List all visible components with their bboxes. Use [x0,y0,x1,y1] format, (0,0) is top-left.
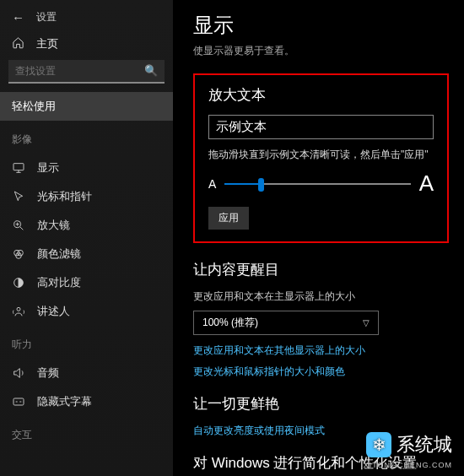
section-header-interaction: 交互 [0,416,173,449]
cursor-size-link[interactable]: 更改光标和鼠标指针的大小和颜色 [193,365,449,379]
audio-icon [12,366,25,380]
enlarge-heading: 放大文本 [208,85,434,105]
sidebar-item-highcontrast[interactable]: 高对比度 [0,268,173,297]
chevron-down-icon: ▽ [363,318,370,327]
watermark-text: 系统城 [397,432,452,457]
sidebar-item-captions[interactable]: 隐藏式字幕 [0,387,173,416]
watermark: ❄ 系统城 XITONGCHENG.COM [366,432,452,457]
sidebar-item-label: 光标和指针 [37,189,92,204]
text-size-slider[interactable] [224,183,410,185]
sidebar: ← 设置 主页 🔍 轻松使用 影像 显示 光标和指针 放大镜 [0,0,173,476]
sidebar-item-label: 放大镜 [37,218,70,233]
search-input[interactable] [8,60,165,84]
sidebar-item-label: 高对比度 [37,275,81,290]
sidebar-item-cursor[interactable]: 光标和指针 [0,182,173,211]
text-size-slider-row: A A [208,170,434,197]
sample-text-box: 示例文本 [208,115,434,139]
svg-rect-7 [13,398,24,405]
search-wrap: 🔍 [8,60,165,84]
cursor-icon [12,190,25,203]
sidebar-item-label: 音频 [37,365,59,381]
sidebar-item-label: 显示 [37,160,59,176]
main-panel: 显示 使显示器更易于查看。 放大文本 示例文本 拖动滑块直到示例文本清晰可读，然… [173,0,464,476]
watermark-url: XITONGCHENG.COM [364,461,452,469]
page-subtitle: 使显示器更易于查看。 [193,44,449,58]
monitor-icon [12,161,25,175]
contrast-icon [12,276,25,289]
sidebar-item-label: 讲述人 [37,304,70,319]
magnifier-icon [12,219,25,232]
sidebar-item-magnifier[interactable]: 放大镜 [0,211,173,240]
narrator-icon [12,305,25,318]
select-value: 100% (推荐) [202,316,258,330]
slider-max-label: A [419,170,434,197]
sidebar-item-label: 隐藏式字幕 [37,394,92,409]
slider-desc: 拖动滑块直到示例文本清晰可读，然后单击"应用" [208,148,434,162]
sidebar-item-display[interactable]: 显示 [0,154,173,182]
sidebar-item-label: 颜色滤镜 [37,246,81,262]
home-icon [12,36,24,51]
sidebar-item-narrator[interactable]: 讲述人 [0,297,173,326]
section-header-hearing: 听力 [0,326,173,359]
svg-point-6 [17,307,20,311]
vivid-heading: 让一切更鲜艳 [193,394,449,414]
sidebar-item-audio[interactable]: 音频 [0,359,173,387]
apply-button[interactable]: 应用 [208,207,249,230]
scale-select[interactable]: 100% (推荐) ▽ [193,311,379,335]
page-title: 显示 [193,12,449,39]
slider-thumb[interactable] [258,178,264,192]
prominent-block: 让内容更醒目 更改应用和文本在主显示器上的大小 100% (推荐) ▽ 更改应用… [193,260,449,379]
highlight-box: 放大文本 示例文本 拖动滑块直到示例文本清晰可读，然后单击"应用" A A 应用 [193,73,449,243]
back-icon[interactable]: ← [12,10,24,24]
header-row: ← 设置 [0,7,173,31]
category-active[interactable]: 轻松使用 [0,92,173,121]
captions-icon [12,395,25,408]
prominent-desc: 更改应用和文本在主显示器上的大小 [193,289,449,304]
sidebar-item-colorfilter[interactable]: 颜色滤镜 [0,240,173,268]
home-nav[interactable]: 主页 [0,31,173,60]
svg-rect-0 [13,164,24,170]
section-header-vision: 影像 [0,121,173,154]
home-label: 主页 [36,36,58,51]
prominent-heading: 让内容更醒目 [193,260,449,279]
watermark-logo-icon: ❄ [366,432,391,457]
slider-min-label: A [208,177,216,191]
other-displays-link[interactable]: 更改应用和文本在其他显示器上的大小 [193,343,449,358]
colorfilter-icon [12,247,25,261]
settings-label: 设置 [36,10,57,24]
